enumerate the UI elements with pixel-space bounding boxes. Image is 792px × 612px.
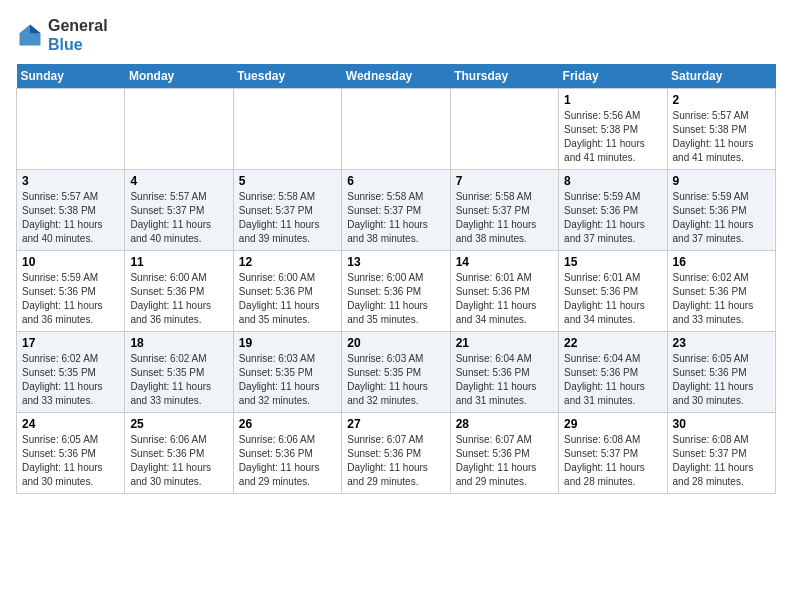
day-info: Sunrise: 5:56 AM Sunset: 5:38 PM Dayligh… [564,109,661,165]
calendar-cell: 13Sunrise: 6:00 AM Sunset: 5:36 PM Dayli… [342,251,450,332]
calendar-cell: 26Sunrise: 6:06 AM Sunset: 5:36 PM Dayli… [233,413,341,494]
day-info: Sunrise: 5:59 AM Sunset: 5:36 PM Dayligh… [564,190,661,246]
calendar-header-thursday: Thursday [450,64,558,89]
calendar-cell: 4Sunrise: 5:57 AM Sunset: 5:37 PM Daylig… [125,170,233,251]
day-number: 24 [22,417,119,431]
calendar-table: SundayMondayTuesdayWednesdayThursdayFrid… [16,64,776,494]
calendar-week-row: 24Sunrise: 6:05 AM Sunset: 5:36 PM Dayli… [17,413,776,494]
calendar-cell: 9Sunrise: 5:59 AM Sunset: 5:36 PM Daylig… [667,170,775,251]
day-info: Sunrise: 5:57 AM Sunset: 5:38 PM Dayligh… [22,190,119,246]
day-info: Sunrise: 5:58 AM Sunset: 5:37 PM Dayligh… [456,190,553,246]
calendar-cell: 14Sunrise: 6:01 AM Sunset: 5:36 PM Dayli… [450,251,558,332]
calendar-cell [233,89,341,170]
calendar-cell: 29Sunrise: 6:08 AM Sunset: 5:37 PM Dayli… [559,413,667,494]
day-number: 15 [564,255,661,269]
day-number: 20 [347,336,444,350]
day-info: Sunrise: 6:02 AM Sunset: 5:35 PM Dayligh… [22,352,119,408]
day-number: 29 [564,417,661,431]
day-number: 18 [130,336,227,350]
day-number: 30 [673,417,770,431]
day-info: Sunrise: 6:00 AM Sunset: 5:36 PM Dayligh… [239,271,336,327]
day-info: Sunrise: 6:05 AM Sunset: 5:36 PM Dayligh… [22,433,119,489]
day-number: 1 [564,93,661,107]
logo-text: General Blue [48,16,108,54]
day-number: 12 [239,255,336,269]
day-number: 14 [456,255,553,269]
calendar-cell: 20Sunrise: 6:03 AM Sunset: 5:35 PM Dayli… [342,332,450,413]
calendar-cell: 27Sunrise: 6:07 AM Sunset: 5:36 PM Dayli… [342,413,450,494]
logo: General Blue [16,16,108,54]
day-number: 2 [673,93,770,107]
day-info: Sunrise: 6:04 AM Sunset: 5:36 PM Dayligh… [456,352,553,408]
day-number: 11 [130,255,227,269]
day-info: Sunrise: 6:03 AM Sunset: 5:35 PM Dayligh… [239,352,336,408]
day-number: 21 [456,336,553,350]
calendar-cell: 21Sunrise: 6:04 AM Sunset: 5:36 PM Dayli… [450,332,558,413]
calendar-cell: 15Sunrise: 6:01 AM Sunset: 5:36 PM Dayli… [559,251,667,332]
calendar-header-row: SundayMondayTuesdayWednesdayThursdayFrid… [17,64,776,89]
calendar-cell: 11Sunrise: 6:00 AM Sunset: 5:36 PM Dayli… [125,251,233,332]
calendar-header-tuesday: Tuesday [233,64,341,89]
day-number: 25 [130,417,227,431]
day-info: Sunrise: 6:07 AM Sunset: 5:36 PM Dayligh… [347,433,444,489]
day-info: Sunrise: 6:00 AM Sunset: 5:36 PM Dayligh… [130,271,227,327]
calendar-cell: 24Sunrise: 6:05 AM Sunset: 5:36 PM Dayli… [17,413,125,494]
day-number: 5 [239,174,336,188]
calendar-cell: 2Sunrise: 5:57 AM Sunset: 5:38 PM Daylig… [667,89,775,170]
calendar-cell: 17Sunrise: 6:02 AM Sunset: 5:35 PM Dayli… [17,332,125,413]
day-info: Sunrise: 6:02 AM Sunset: 5:36 PM Dayligh… [673,271,770,327]
day-number: 17 [22,336,119,350]
day-number: 26 [239,417,336,431]
day-info: Sunrise: 5:58 AM Sunset: 5:37 PM Dayligh… [347,190,444,246]
day-number: 4 [130,174,227,188]
calendar-cell: 10Sunrise: 5:59 AM Sunset: 5:36 PM Dayli… [17,251,125,332]
calendar-cell: 16Sunrise: 6:02 AM Sunset: 5:36 PM Dayli… [667,251,775,332]
day-info: Sunrise: 6:04 AM Sunset: 5:36 PM Dayligh… [564,352,661,408]
day-number: 23 [673,336,770,350]
day-number: 8 [564,174,661,188]
calendar-cell: 7Sunrise: 5:58 AM Sunset: 5:37 PM Daylig… [450,170,558,251]
calendar-cell [342,89,450,170]
calendar-cell: 6Sunrise: 5:58 AM Sunset: 5:37 PM Daylig… [342,170,450,251]
day-number: 27 [347,417,444,431]
page-header: General Blue [16,16,776,54]
day-info: Sunrise: 6:01 AM Sunset: 5:36 PM Dayligh… [456,271,553,327]
logo-icon [16,21,44,49]
logo-blue: Blue [48,36,83,53]
calendar-header-monday: Monday [125,64,233,89]
day-info: Sunrise: 5:59 AM Sunset: 5:36 PM Dayligh… [673,190,770,246]
calendar-week-row: 3Sunrise: 5:57 AM Sunset: 5:38 PM Daylig… [17,170,776,251]
calendar-header-friday: Friday [559,64,667,89]
day-number: 22 [564,336,661,350]
calendar-week-row: 17Sunrise: 6:02 AM Sunset: 5:35 PM Dayli… [17,332,776,413]
day-number: 10 [22,255,119,269]
calendar-cell: 30Sunrise: 6:08 AM Sunset: 5:37 PM Dayli… [667,413,775,494]
day-info: Sunrise: 5:57 AM Sunset: 5:38 PM Dayligh… [673,109,770,165]
calendar-header-sunday: Sunday [17,64,125,89]
day-number: 7 [456,174,553,188]
calendar-cell: 3Sunrise: 5:57 AM Sunset: 5:38 PM Daylig… [17,170,125,251]
calendar-cell: 28Sunrise: 6:07 AM Sunset: 5:36 PM Dayli… [450,413,558,494]
calendar-cell: 12Sunrise: 6:00 AM Sunset: 5:36 PM Dayli… [233,251,341,332]
calendar-cell [125,89,233,170]
calendar-cell: 22Sunrise: 6:04 AM Sunset: 5:36 PM Dayli… [559,332,667,413]
day-info: Sunrise: 6:05 AM Sunset: 5:36 PM Dayligh… [673,352,770,408]
day-info: Sunrise: 6:07 AM Sunset: 5:36 PM Dayligh… [456,433,553,489]
calendar-cell: 19Sunrise: 6:03 AM Sunset: 5:35 PM Dayli… [233,332,341,413]
day-number: 13 [347,255,444,269]
day-info: Sunrise: 5:59 AM Sunset: 5:36 PM Dayligh… [22,271,119,327]
day-info: Sunrise: 6:08 AM Sunset: 5:37 PM Dayligh… [564,433,661,489]
day-number: 28 [456,417,553,431]
day-number: 9 [673,174,770,188]
calendar-header-saturday: Saturday [667,64,775,89]
day-number: 3 [22,174,119,188]
day-info: Sunrise: 6:01 AM Sunset: 5:36 PM Dayligh… [564,271,661,327]
day-number: 6 [347,174,444,188]
day-info: Sunrise: 6:06 AM Sunset: 5:36 PM Dayligh… [239,433,336,489]
calendar-cell: 5Sunrise: 5:58 AM Sunset: 5:37 PM Daylig… [233,170,341,251]
day-info: Sunrise: 6:02 AM Sunset: 5:35 PM Dayligh… [130,352,227,408]
calendar-cell: 25Sunrise: 6:06 AM Sunset: 5:36 PM Dayli… [125,413,233,494]
svg-marker-2 [30,25,41,34]
logo-general: General [48,17,108,34]
calendar-cell: 1Sunrise: 5:56 AM Sunset: 5:38 PM Daylig… [559,89,667,170]
